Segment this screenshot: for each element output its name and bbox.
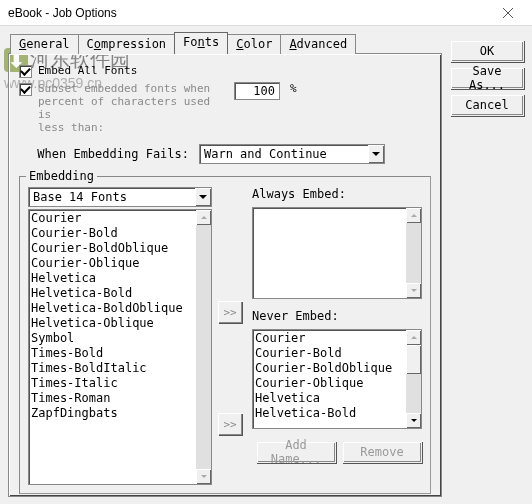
dialog-buttons: OK Save As... Cancel xyxy=(450,32,524,496)
list-item[interactable]: Courier xyxy=(31,211,194,226)
subset-percent-input[interactable]: 100 xyxy=(234,82,280,100)
list-item[interactable]: Courier-Oblique xyxy=(255,376,404,391)
window-title: eBook - Job Options xyxy=(8,6,117,20)
ok-button[interactable]: OK xyxy=(450,40,524,62)
embed-all-label: Embed All Fonts xyxy=(38,64,137,77)
never-embed-list[interactable]: CourierCourier-BoldCourier-BoldObliqueCo… xyxy=(252,329,422,429)
tab-body-fonts: Embed All Fonts Subset embedded fonts wh… xyxy=(8,53,442,497)
subset-checkbox[interactable] xyxy=(19,83,32,96)
list-item[interactable]: ZapfDingbats xyxy=(31,406,194,421)
embedding-group: Embedding Base 14 Fonts CourierCourier-B… xyxy=(19,176,431,494)
never-embed-label: Never Embed: xyxy=(252,309,422,323)
move-to-always-button[interactable]: >> xyxy=(218,301,242,323)
list-item[interactable]: Symbol xyxy=(31,331,194,346)
move-to-never-button[interactable]: >> xyxy=(218,413,242,435)
cancel-button[interactable]: Cancel xyxy=(450,94,524,116)
list-item[interactable]: Helvetica-BoldOblique xyxy=(31,301,194,316)
list-item[interactable]: Helvetica-Bold xyxy=(255,406,404,421)
list-item[interactable]: Courier-BoldOblique xyxy=(255,361,404,376)
scroll-up-icon[interactable] xyxy=(406,330,421,345)
remove-button[interactable]: Remove xyxy=(342,441,422,463)
embed-all-checkbox-row: Embed All Fonts xyxy=(19,64,431,78)
tabstrip: General Compression Fonts Color Advanced xyxy=(8,32,442,54)
list-item[interactable]: Courier-Bold xyxy=(255,346,404,361)
list-item[interactable]: Courier-Bold xyxy=(31,226,194,241)
list-item[interactable]: Helvetica-Bold xyxy=(31,286,194,301)
add-name-button[interactable]: Add Name... xyxy=(256,441,336,463)
tab-color[interactable]: Color xyxy=(227,34,281,54)
embedding-legend: Embedding xyxy=(26,169,97,183)
scrollbar[interactable] xyxy=(406,208,421,298)
when-fail-label: When Embedding Fails: xyxy=(19,147,189,161)
chevron-right-icon: >> xyxy=(223,418,236,431)
subset-checkbox-row: Subset embedded fonts when percent of ch… xyxy=(19,82,431,134)
chevron-down-icon xyxy=(195,188,211,206)
source-select[interactable]: Base 14 Fonts xyxy=(28,187,212,207)
save-as-button[interactable]: Save As... xyxy=(450,67,524,89)
percent-sign: % xyxy=(290,82,297,95)
list-item[interactable]: Helvetica-Oblique xyxy=(31,316,194,331)
list-item[interactable]: Courier xyxy=(255,331,404,346)
chevron-down-icon xyxy=(368,145,384,163)
tab-compression[interactable]: Compression xyxy=(78,34,176,54)
scroll-down-icon[interactable] xyxy=(406,283,421,298)
scroll-down-icon[interactable] xyxy=(196,469,211,484)
embed-all-checkbox[interactable] xyxy=(19,65,32,78)
source-select-value: Base 14 Fonts xyxy=(33,190,127,204)
scrollbar[interactable] xyxy=(196,210,211,484)
list-item[interactable]: Helvetica xyxy=(31,271,194,286)
scroll-down-icon[interactable] xyxy=(406,413,421,428)
always-embed-list[interactable] xyxy=(252,207,422,299)
list-item[interactable]: Times-Roman xyxy=(31,391,194,406)
titlebar: eBook - Job Options xyxy=(0,0,532,26)
chevron-right-icon: >> xyxy=(223,306,236,319)
list-item[interactable]: Times-Italic xyxy=(31,376,194,391)
tab-fonts[interactable]: Fonts xyxy=(174,32,228,54)
close-button[interactable] xyxy=(486,2,530,24)
scroll-up-icon[interactable] xyxy=(196,210,211,225)
always-embed-label: Always Embed: xyxy=(252,187,422,201)
when-fail-value: Warn and Continue xyxy=(204,147,327,161)
scroll-up-icon[interactable] xyxy=(406,208,421,223)
close-icon xyxy=(502,7,514,19)
list-item[interactable]: Times-BoldItalic xyxy=(31,361,194,376)
scrollbar[interactable] xyxy=(406,330,421,428)
tab-general[interactable]: General xyxy=(10,34,79,54)
when-fail-select[interactable]: Warn and Continue xyxy=(199,144,385,164)
list-item[interactable]: Times-Bold xyxy=(31,346,194,361)
tab-advanced[interactable]: Advanced xyxy=(280,34,356,54)
source-fonts-list[interactable]: CourierCourier-BoldCourier-BoldObliqueCo… xyxy=(28,209,212,485)
list-item[interactable]: Courier-BoldOblique xyxy=(31,241,194,256)
list-item[interactable]: Helvetica xyxy=(255,391,404,406)
subset-label: Subset embedded fonts when percent of ch… xyxy=(38,82,228,134)
list-item[interactable]: Courier-Oblique xyxy=(31,256,194,271)
